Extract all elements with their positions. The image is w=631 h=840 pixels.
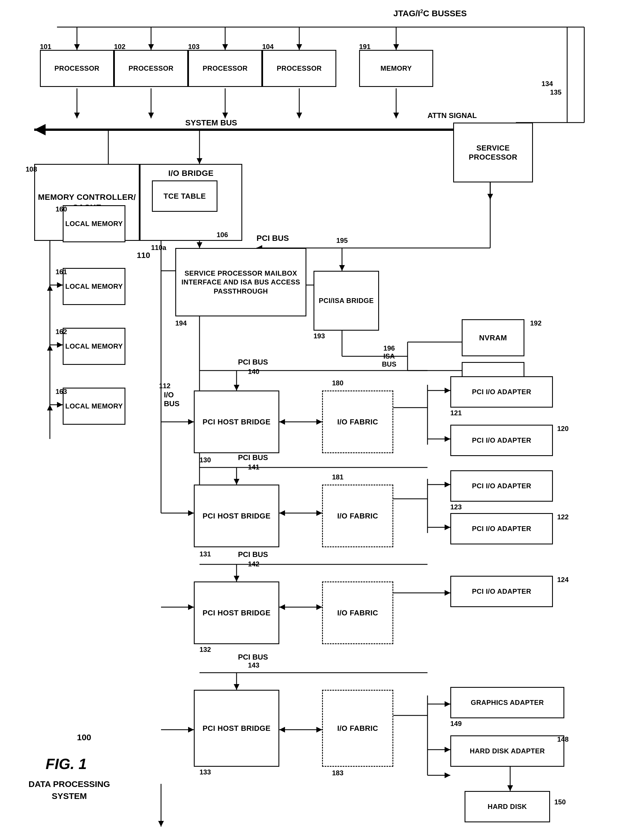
svg-marker-113 — [188, 604, 194, 610]
svg-marker-68 — [445, 388, 450, 393]
io-fabric4-box: I/O FABRIC — [322, 690, 393, 767]
fig-caption: DATA PROCESSING SYSTEM — [28, 778, 110, 802]
hard-disk-box: HARD DISK — [465, 791, 550, 822]
io-bus-ref-112: 112 — [159, 382, 170, 390]
svg-marker-54 — [339, 265, 345, 271]
svg-marker-41 — [57, 402, 63, 407]
svg-marker-94 — [234, 684, 240, 690]
pci-bus-3-label: PCI BUS — [238, 550, 268, 559]
svg-marker-8 — [222, 44, 228, 50]
graphics-adapter-box: GRAPHICS ADAPTER — [450, 687, 564, 718]
local-memory3-box: LOCAL MEMORY — [63, 328, 125, 365]
svg-marker-109 — [188, 419, 194, 425]
svg-marker-97 — [316, 727, 322, 733]
svg-marker-39 — [57, 342, 63, 348]
fig-number: 100 — [77, 733, 91, 742]
phb1-ref: 130 — [199, 456, 211, 464]
svg-marker-126 — [158, 821, 164, 827]
pci-bus-140-label: PCI BUS — [238, 358, 268, 366]
svg-marker-124 — [487, 194, 493, 199]
attn-signal-label: ATTN SIGNAL — [428, 111, 477, 120]
pci-io-adapter1-box: PCI I/O ADAPTER — [450, 376, 553, 407]
svg-marker-21 — [297, 112, 302, 118]
fig-label: FIG. 1 — [46, 755, 87, 772]
hda-ref: 148 — [557, 736, 569, 744]
svg-marker-76 — [316, 510, 322, 516]
sp-mailbox-ref: 194 — [175, 319, 187, 327]
pci-bus-140-ref: 140 — [248, 368, 259, 376]
ref-106: 106 — [217, 231, 228, 239]
local-memory1-box: LOCAL MEMORY — [63, 205, 125, 242]
svg-marker-25 — [34, 124, 46, 136]
svg-marker-61 — [234, 385, 240, 390]
svg-marker-10 — [393, 44, 399, 50]
sp-mailbox-box: SERVICE PROCESSOR MAILBOX INTERFACE AND … — [175, 248, 306, 316]
svg-marker-37 — [57, 282, 63, 288]
svg-marker-75 — [279, 510, 285, 516]
svg-marker-80 — [445, 482, 450, 488]
pci-io-a2-ref: 120 — [557, 425, 569, 433]
processor2-box: PROCESSOR — [114, 50, 188, 87]
io-bus-label: I/O BUS — [164, 390, 180, 408]
pci-io-a5-ref: 124 — [557, 576, 569, 584]
pci-host-bridge1-box: PCI HOST BRIDGE — [194, 390, 279, 453]
svg-marker-23 — [393, 112, 399, 118]
service-processor-box: SERVICE PROCESSOR — [453, 123, 533, 182]
memory-box: MEMORY — [359, 50, 433, 87]
processor2-ref: 102 — [114, 43, 125, 51]
processor1-box: PROCESSOR — [40, 50, 114, 87]
pci-host-bridge3-box: PCI HOST BRIDGE — [194, 581, 279, 644]
pci-io-adapter3-box: PCI I/O ADAPTER — [450, 470, 553, 502]
mc-ref: 108 — [26, 165, 37, 173]
memory-ref: 191 — [359, 43, 371, 51]
nvram-box: NVRAM — [462, 319, 524, 356]
local-memory4-box: LOCAL MEMORY — [63, 388, 125, 425]
svg-marker-96 — [279, 727, 285, 733]
processor4-ref: 104 — [262, 43, 274, 51]
svg-marker-82 — [445, 524, 450, 530]
isa-bus-label: 196ISABUS — [382, 336, 396, 368]
svg-marker-45 — [47, 405, 53, 411]
pci-bus-141-ref: 141 — [248, 463, 259, 471]
pci-bus-label: PCI BUS — [257, 234, 289, 243]
svg-marker-111 — [188, 510, 194, 516]
io-fabric4-ref: 183 — [332, 769, 344, 777]
svg-marker-103 — [445, 747, 450, 753]
svg-marker-19 — [222, 112, 228, 118]
svg-marker-87 — [279, 604, 285, 610]
hd-ref: 150 — [554, 798, 566, 806]
svg-marker-88 — [316, 604, 322, 610]
pci-bus-143-label: PCI BUS — [238, 653, 268, 662]
svg-marker-73 — [234, 479, 240, 485]
io-bridge-ref2: 110 — [137, 251, 150, 260]
system-bus-label: SYSTEM BUS — [185, 118, 237, 128]
svg-marker-91 — [445, 590, 450, 596]
processor3-ref: 103 — [188, 43, 199, 51]
pci-io-adapter4-box: PCI I/O ADAPTER — [450, 513, 553, 545]
io-bridge-ref: 110a — [151, 244, 166, 252]
svg-marker-49 — [197, 242, 202, 248]
phb2-ref: 131 — [199, 550, 211, 558]
pci-io-a1-ref: 121 — [450, 409, 462, 417]
svg-marker-85 — [234, 576, 240, 581]
svg-marker-9 — [297, 44, 302, 50]
pci-bus-ref-195: 195 — [336, 237, 348, 245]
pci-io-adapter2-box: PCI I/O ADAPTER — [450, 425, 553, 456]
phb4-ref: 133 — [199, 768, 211, 776]
svg-marker-63 — [279, 419, 285, 425]
lm2-ref: 161 — [55, 268, 67, 276]
processor3-box: PROCESSOR — [188, 50, 262, 87]
svg-marker-15 — [74, 112, 80, 118]
svg-marker-64 — [316, 419, 322, 425]
lm3-ref: 162 — [55, 328, 67, 336]
jtag-label: JTAG/I2C BUSSES — [393, 9, 467, 18]
svg-marker-101 — [445, 701, 450, 707]
pci-io-a4-ref: 122 — [557, 513, 569, 521]
pci-bus-141-label: PCI BUS — [238, 453, 268, 462]
lm1-ref: 160 — [55, 205, 67, 213]
pci-io-adapter5-box: PCI I/O ADAPTER — [450, 576, 553, 607]
pci-host-bridge2-box: PCI HOST BRIDGE — [194, 485, 279, 547]
svg-marker-44 — [47, 345, 53, 351]
diagram: JTAG/I2C BUSSES PROCESSOR 101 PROCESSOR … — [0, 0, 631, 840]
io-bridge-box: I/O BRIDGE TCE TABLE — [140, 164, 242, 241]
